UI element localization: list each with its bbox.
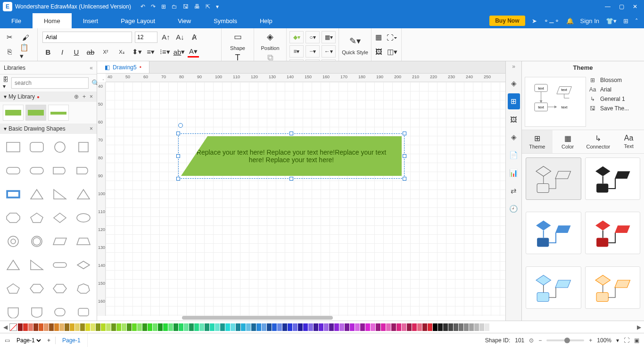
color-swatch[interactable] [173,323,178,331]
color-swatch[interactable] [262,323,266,331]
color-swatch[interactable] [236,323,240,331]
menu-page-layout[interactable]: Page Layout [109,13,166,28]
shape-right-triangle[interactable] [49,183,72,206]
save-icon[interactable]: 🖫 [183,3,189,10]
shape-rounded-rect2[interactable] [2,159,25,182]
color-swatch[interactable] [324,323,329,331]
send-icon[interactable]: ➤ [532,17,537,25]
more-icon[interactable]: ▾ [216,3,219,10]
copy-icon[interactable]: ⎘ [4,46,15,58]
color-swatch[interactable] [54,323,59,331]
canvas[interactable]: Replace your text here! Replace your tex… [106,82,505,316]
color-swatch[interactable] [412,323,417,331]
color-swatch[interactable] [474,323,479,331]
color-swatch[interactable] [137,323,142,331]
color-swatch[interactable] [127,323,132,331]
color-swatch[interactable] [122,323,126,331]
shape-half-round[interactable] [49,159,72,182]
basic-shapes-section[interactable]: ▾Basic Drawing Shapes × [0,124,97,134]
rail-image-icon[interactable]: 🖼 [508,111,520,127]
subscript-button[interactable]: X₂ [115,46,128,58]
color-swatch[interactable] [33,323,38,331]
theme-opt-blossom[interactable]: ⊞Blossom [589,77,641,83]
resize-handle-e[interactable] [403,154,406,158]
color-swatch[interactable] [65,323,69,331]
color-swatch[interactable] [459,323,463,331]
color-swatch[interactable] [18,323,23,331]
apps-icon[interactable]: ⊞ [623,17,628,25]
library-menu-icon[interactable]: 🗄▾ [3,76,8,90]
color-swatch[interactable] [448,323,453,331]
color-swatch[interactable] [101,323,106,331]
color-swatch[interactable] [345,323,349,331]
rail-history-icon[interactable]: 🕘 [508,201,520,217]
color-swatch[interactable] [158,323,163,331]
collapse-left-icon[interactable]: « [90,65,93,71]
color-swatch[interactable] [70,323,74,331]
underline-button[interactable]: U [71,46,82,58]
crop-button[interactable]: ⛶▾ [387,32,397,43]
color-swatch[interactable] [80,323,85,331]
chart-button[interactable]: ◫▾ [387,46,397,58]
shape-hexagon[interactable] [25,277,48,300]
color-swatch[interactable] [350,323,355,331]
resize-handle-ne[interactable] [403,132,406,135]
color-swatch[interactable] [485,323,489,331]
shape-shield[interactable] [2,301,25,321]
color-swatch[interactable] [339,323,344,331]
paste-icon[interactable]: 📋▾ [20,46,31,58]
color-swatch[interactable] [225,323,230,331]
zoom-in-icon[interactable]: + [589,337,592,344]
color-swatch[interactable] [381,323,386,331]
color-swatch[interactable] [256,323,261,331]
open-icon[interactable]: 🗀 [172,3,177,10]
minimize-icon[interactable]: — [605,3,611,10]
color-swatch[interactable] [210,323,215,331]
resize-handle-nw[interactable] [176,132,180,135]
font-size-select[interactable] [135,32,157,43]
color-swatch[interactable] [241,323,246,331]
color-swatch[interactable] [116,323,121,331]
cut-icon[interactable]: ✂ [4,32,15,43]
shape-frame[interactable] [2,183,25,206]
rail-swap-icon[interactable]: ⇄ [508,183,520,199]
redo-icon[interactable]: ↷ [151,3,156,10]
color-swatch[interactable] [28,323,33,331]
theme-card[interactable] [585,212,641,254]
color-swatch[interactable] [246,323,251,331]
rail-chart-icon[interactable]: 📊 [508,165,520,181]
shape-rounded2[interactable] [25,301,48,321]
color-swatch[interactable] [433,323,438,331]
share-icon[interactable]: ⚬⚊⚬ [544,17,560,25]
position-button[interactable]: ◈Position [256,30,284,51]
shape-tool-button[interactable]: ▭Shape [223,30,252,51]
color-swatch[interactable] [355,323,360,331]
quick-style-button[interactable]: ✎▾Quick Style [341,34,369,55]
line-spacing-button[interactable]: ≡▾ [145,46,157,58]
shape-circle[interactable] [49,136,72,158]
color-swatch[interactable] [163,323,168,331]
menu-symbols[interactable]: Symbols [202,13,248,28]
resize-handle-sw[interactable] [176,177,180,181]
selected-shape[interactable]: Replace your text here! Replace your tex… [181,136,402,176]
color-swatch[interactable] [329,323,334,331]
add-page-icon[interactable]: + [47,337,50,344]
shape-stadium[interactable] [25,159,48,182]
color-swatch[interactable] [282,323,287,331]
shape-rounded-rect[interactable] [25,136,48,158]
document-tab[interactable]: ◧ Drawing5 • [97,61,149,73]
close-icon[interactable]: ✕ [633,3,637,10]
shape-right-tri2[interactable] [25,254,48,276]
theme-tab-color[interactable]: ▦Color [553,130,583,153]
text-align-button[interactable]: ⬍▾ [131,46,142,58]
shape-rectangle[interactable] [2,136,25,158]
color-swatch[interactable] [417,323,422,331]
color-swatch[interactable] [111,323,116,331]
resize-handle-s[interactable] [289,177,293,181]
color-swatch[interactable] [391,323,396,331]
shape-pill[interactable] [49,254,72,276]
color-scroll-right-icon[interactable]: ▶ [636,324,642,330]
menu-view[interactable]: View [166,13,202,28]
shape-diamond[interactable] [49,207,72,229]
no-fill-swatch[interactable] [9,323,17,331]
